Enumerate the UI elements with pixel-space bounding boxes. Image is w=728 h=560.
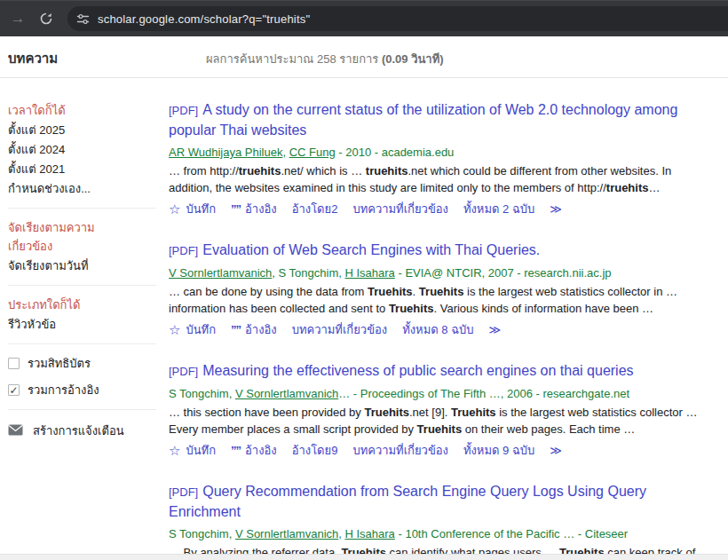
text-segment: - 2010 - academia.edu xyxy=(336,146,455,159)
more-actions-icon[interactable]: ≫ xyxy=(550,444,562,457)
text-segment: … - Proceedings of The Fifth …, 2006 - r… xyxy=(338,387,629,400)
highlighted-term: truehits xyxy=(366,164,408,177)
cite-button[interactable]: ””อ้างอิง xyxy=(231,200,277,218)
related-articles-link[interactable]: บทความที่เกี่ยวข้อง xyxy=(352,441,448,460)
address-bar[interactable]: scholar.google.com/scholar?q="truehits" xyxy=(67,6,728,31)
result-snippet: … this section have been provided by Tru… xyxy=(169,404,712,438)
reload-button[interactable] xyxy=(34,6,59,31)
more-actions-icon[interactable]: ≫ xyxy=(550,202,562,216)
filter-since-2025[interactable]: ตั้งแต่ 2025 xyxy=(8,121,141,139)
text-segment: , xyxy=(282,146,289,159)
text-segment: .net/ which is … xyxy=(281,164,365,177)
text-segment: S Tongchim, xyxy=(169,527,235,540)
filter-any-time[interactable]: เวลาใดก็ได้ xyxy=(8,101,141,120)
save-button[interactable]: ☆บันทึก xyxy=(169,200,216,218)
text-segment: . Various kinds of information have been… xyxy=(433,302,653,315)
cited-by-link[interactable]: อ้างโดย9 xyxy=(292,441,338,460)
save-button[interactable]: ☆บันทึก xyxy=(169,320,216,339)
author-link[interactable]: V Sornlertlamvanich xyxy=(235,527,338,540)
quote-icon: ”” xyxy=(231,202,241,216)
divider xyxy=(8,343,156,344)
sort-by-date[interactable]: จัดเรียงตามวันที่ xyxy=(8,256,141,275)
results-stats: ผลการค้นหาประมาณ 258 รายการ (0.09 วินาที… xyxy=(206,50,444,68)
filter-review-articles[interactable]: รีวิวหัวข้อ xyxy=(8,315,141,334)
cited-by-link[interactable]: อ้างโดย2 xyxy=(292,200,338,218)
result-snippet: … from http://truehits.net/ which is … t… xyxy=(169,162,712,196)
pdf-tag: [PDF] xyxy=(169,365,198,378)
author-link[interactable]: V Sornlertlamvanich xyxy=(235,387,338,400)
related-articles-link[interactable]: บทความที่เกี่ยวข้อง xyxy=(352,200,448,218)
divider xyxy=(8,285,156,286)
result-actions: ☆บันทึก ””อ้างอิง บทความที่เกี่ยวข้อง ทั… xyxy=(169,320,712,339)
divider xyxy=(8,208,156,209)
text-segment: . xyxy=(413,285,419,298)
star-icon: ☆ xyxy=(169,201,180,217)
author-link[interactable]: V Sornlertlamvanich xyxy=(169,266,272,280)
author-link[interactable]: AR Wudhijaya Philuek xyxy=(169,146,282,159)
search-result: [PDF]Query Recommendation from Search En… xyxy=(169,482,712,560)
text-segment: … can be done by using the data from xyxy=(169,285,368,298)
text-segment: on their web pages. Each time … xyxy=(462,422,635,436)
star-icon: ☆ xyxy=(169,443,180,459)
sort-by-relevance[interactable]: จัดเรียงตามความเกี่ยวข้อง xyxy=(8,218,116,256)
text-segment: … from http:// xyxy=(169,164,239,177)
all-versions-link[interactable]: ทั้งหมด 2 ฉบับ xyxy=(463,200,534,218)
all-versions-link[interactable]: ทั้งหมด 8 ฉบับ xyxy=(402,320,473,339)
result-title-link[interactable]: [PDF]Query Recommendation from Search En… xyxy=(169,482,712,522)
include-patents-option[interactable]: รวมสิทธิบัตร xyxy=(8,354,169,373)
related-articles-link[interactable]: บทความที่เกี่ยวข้อง xyxy=(292,320,388,339)
text-segment: S Tongchim, xyxy=(169,387,235,400)
url-text: scholar.google.com/scholar?q="truehits" xyxy=(98,12,310,26)
create-alert-link[interactable]: สร้างการแจ้งเตือน xyxy=(8,422,169,440)
pdf-tag: [PDF] xyxy=(169,485,198,499)
author-link[interactable]: H Isahara xyxy=(344,266,394,280)
page-title: บทความ xyxy=(0,48,206,69)
author-link[interactable]: H Isahara xyxy=(344,527,394,540)
forward-button[interactable]: → xyxy=(5,6,30,31)
filters-sidebar: เวลาใดก็ได้ ตั้งแต่ 2025 ตั้งแต่ 2024 ตั… xyxy=(0,78,169,560)
include-patents-label: รวมสิทธิบัตร xyxy=(28,354,91,373)
search-result: [PDF]A study on the current status of th… xyxy=(169,100,712,218)
checkbox-unchecked-icon[interactable] xyxy=(8,358,20,369)
cite-button[interactable]: ””อ้างอิง xyxy=(231,320,277,339)
highlighted-term: truehits xyxy=(239,164,281,177)
result-authors: AR Wudhijaya Philuek, CC Fung - 2010 - a… xyxy=(169,144,712,161)
filter-since-2024[interactable]: ตั้งแต่ 2024 xyxy=(8,140,141,159)
save-button[interactable]: ☆บันทึก xyxy=(169,441,216,460)
search-time: (0.09 วินาที) xyxy=(382,52,444,66)
author-link[interactable]: CC Fung xyxy=(289,146,336,159)
result-title-link[interactable]: [PDF]Evaluation of Web Search Engines wi… xyxy=(169,241,712,261)
browser-toolbar: → scholar.google.com/scholar?q="truehits… xyxy=(0,0,728,36)
quote-icon: ”” xyxy=(231,323,241,336)
pdf-tag: [PDF] xyxy=(169,104,198,117)
pdf-tag: [PDF] xyxy=(169,244,198,257)
filter-custom-range[interactable]: กำหนดช่วงเอง... xyxy=(8,179,141,198)
result-title-text[interactable]: Evaluation of Web Search Engines with Th… xyxy=(202,242,540,257)
filter-any-type[interactable]: ประเภทใดก็ได้ xyxy=(8,296,141,314)
text-segment: … this section have been provided by xyxy=(169,406,364,419)
highlighted-term: Truehits xyxy=(364,406,409,419)
result-snippet: … can be done by using the data from Tru… xyxy=(169,283,712,317)
checkbox-checked-icon[interactable]: ✓ xyxy=(8,384,20,396)
reload-icon xyxy=(39,12,53,26)
results-header: บทความ ผลการค้นหาประมาณ 258 รายการ (0.09… xyxy=(0,36,728,78)
results-list: [PDF]A study on the current status of th… xyxy=(169,78,714,560)
result-title-link[interactable]: [PDF]Measuring the effectiveness of publ… xyxy=(169,361,712,382)
search-result: [PDF]Evaluation of Web Search Engines wi… xyxy=(169,241,712,339)
result-title-text[interactable]: Query Recommendation from Search Engine … xyxy=(169,484,646,519)
highlighted-term: Truehits xyxy=(389,302,434,315)
more-actions-icon[interactable]: ≫ xyxy=(489,323,502,336)
divider xyxy=(8,409,156,410)
search-result: [PDF]Measuring the effectiveness of publ… xyxy=(169,361,712,460)
text-segment: - EVIA@ NTCIR, 2007 - research.nii.ac.jp xyxy=(395,266,612,280)
include-citations-option[interactable]: ✓ รวมการอ้างอิง xyxy=(8,381,169,399)
result-title-text[interactable]: A study on the current status of the uti… xyxy=(169,102,677,138)
site-settings-icon[interactable] xyxy=(76,12,90,26)
result-actions: ☆บันทึก ””อ้างอิง อ้างโดย2 บทความที่เกี่… xyxy=(169,200,712,218)
envelope-icon xyxy=(8,424,33,438)
filter-since-2021[interactable]: ตั้งแต่ 2021 xyxy=(8,160,141,178)
cite-button[interactable]: ””อ้างอิง xyxy=(231,441,277,460)
all-versions-link[interactable]: ทั้งหมด 9 ฉบับ xyxy=(463,441,534,460)
result-title-text[interactable]: Measuring the effectiveness of public se… xyxy=(202,363,633,378)
result-title-link[interactable]: [PDF]A study on the current status of th… xyxy=(169,100,712,140)
